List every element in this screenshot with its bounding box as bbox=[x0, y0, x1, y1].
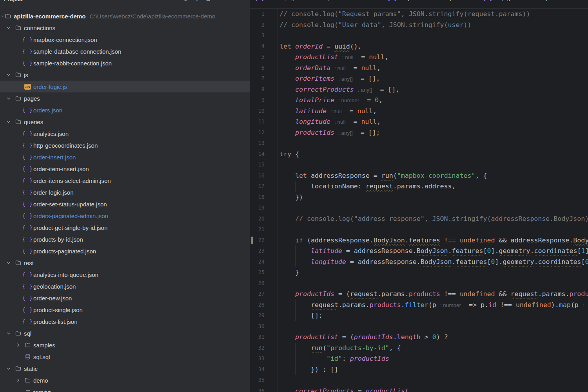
tree-item-orders-paginated-admin.json[interactable]: { }orders-paginated-admin.json bbox=[0, 210, 250, 222]
chevron-down-icon[interactable] bbox=[0, 13, 5, 19]
code-line[interactable]: // console.log("address response", JSON.… bbox=[278, 213, 588, 224]
editor-code[interactable]: // console.log("Request params", JSON.st… bbox=[278, 9, 588, 392]
chevron-down-icon[interactable] bbox=[5, 330, 12, 336]
tree-item-orders.json[interactable]: { }orders.json bbox=[0, 104, 250, 116]
tree-item-order-logic.js[interactable]: JSorder-logic.js bbox=[0, 81, 250, 92]
code-line[interactable] bbox=[278, 224, 588, 235]
code-line[interactable]: orderItems : any[] = [], bbox=[278, 73, 588, 84]
code-line[interactable]: "id": productIds bbox=[278, 353, 588, 364]
code-line[interactable]: totalPrice : number = 0, bbox=[278, 95, 588, 106]
line-number[interactable]: 10 bbox=[250, 106, 278, 117]
code-line[interactable]: latitude = addressResponse.BodyJson.feat… bbox=[278, 246, 588, 257]
line-number[interactable]: 36 bbox=[250, 386, 278, 392]
line-number[interactable]: 7 bbox=[250, 73, 278, 84]
code-line[interactable]: }) : [] bbox=[278, 364, 588, 375]
line-number[interactable]: 31 bbox=[250, 332, 278, 343]
tree-item-order-item-insert.json[interactable]: { }order-item-insert.json bbox=[0, 163, 250, 175]
tree-item-products-list.json[interactable]: { }products-list.json bbox=[0, 316, 250, 327]
line-number[interactable]: 13 bbox=[250, 138, 278, 149]
code-line[interactable] bbox=[278, 375, 588, 386]
line-number[interactable]: 4 bbox=[250, 41, 278, 52]
chevron-down-icon[interactable] bbox=[5, 25, 12, 31]
code-line[interactable]: correctProducts : any[] = [], bbox=[278, 84, 588, 95]
tree-item-product-get-single-by-id.json[interactable]: { }product-get-single-by-id.json bbox=[0, 222, 250, 233]
chevron-down-icon[interactable] bbox=[5, 365, 12, 372]
line-number[interactable]: 34 bbox=[250, 364, 278, 375]
line-number[interactable]: 8 bbox=[250, 84, 278, 95]
chevron-down-icon[interactable] bbox=[5, 119, 12, 125]
code-line[interactable] bbox=[278, 321, 588, 332]
tree-item-order-logic.json[interactable]: { }order-logic.json bbox=[0, 186, 250, 198]
tree-item-samples[interactable]: samples bbox=[0, 339, 250, 351]
line-number[interactable]: 33 bbox=[250, 353, 278, 364]
tree-item-analytics-into-queue.json[interactable]: { }analytics-into-queue.json bbox=[0, 269, 250, 280]
tree-item-pages[interactable]: pages bbox=[0, 92, 250, 104]
tree-item-static[interactable]: static bbox=[0, 363, 250, 374]
tree-item-js[interactable]: js bbox=[0, 69, 250, 81]
tree-item-sql.sql[interactable]: sql.sql bbox=[0, 351, 250, 363]
code-line[interactable]: run("products-by-id", { bbox=[278, 343, 588, 354]
code-line[interactable] bbox=[278, 30, 588, 41]
code-line[interactable]: productIds : any[] = []; bbox=[278, 127, 588, 138]
line-number[interactable]: 24 bbox=[250, 257, 278, 267]
code-line[interactable]: productList : null = null, bbox=[278, 52, 588, 63]
chevron-down-icon[interactable] bbox=[5, 95, 12, 101]
hide-panel-icon[interactable]: ─ bbox=[218, 0, 221, 2]
tree-item-order-new.json[interactable]: { }order-new.json bbox=[0, 292, 250, 304]
line-number[interactable]: 19 bbox=[250, 202, 278, 213]
line-number[interactable]: 30 bbox=[250, 321, 278, 332]
code-line[interactable]: // console.log("Request params", JSON.st… bbox=[278, 9, 588, 20]
tree-item-geolocation.json[interactable]: { }geolocation.json bbox=[0, 280, 250, 292]
line-number[interactable]: 3 bbox=[250, 30, 278, 41]
code-line[interactable]: } bbox=[278, 267, 588, 278]
line-number[interactable]: 32 bbox=[250, 343, 278, 354]
code-line[interactable]: latitude : null = null, bbox=[278, 106, 588, 117]
tree-item-connections[interactable]: connections bbox=[0, 22, 250, 34]
code-line[interactable]: let orderId = uuid(), bbox=[278, 41, 588, 52]
tree-item-queries[interactable]: queries bbox=[0, 116, 250, 128]
code-line[interactable]: orderData : null = null, bbox=[278, 63, 588, 74]
tree-item-root[interactable]: apizilla-ecommerce-demoC:\Users\webcz\Co… bbox=[0, 10, 250, 22]
line-number[interactable]: 14 bbox=[250, 149, 278, 160]
tree-item-products-by-id.json[interactable]: { }products-by-id.json bbox=[0, 233, 250, 245]
code-line[interactable]: try { bbox=[278, 149, 588, 160]
chevron-right-icon[interactable] bbox=[15, 342, 21, 348]
chevron-down-icon[interactable] bbox=[5, 260, 12, 266]
code-line[interactable] bbox=[278, 138, 588, 149]
code-line[interactable]: productIds = (request.params.products !=… bbox=[278, 289, 588, 300]
tree-item-sql[interactable]: sql bbox=[0, 327, 250, 339]
code-line[interactable]: let addressResponse = run("mapbox-coordi… bbox=[278, 170, 588, 181]
code-line[interactable]: locationName: request.params.address, bbox=[278, 181, 588, 192]
code-line[interactable]: request.params.products.filter(p : numbe… bbox=[278, 300, 588, 311]
line-number[interactable]: 15 bbox=[250, 159, 278, 170]
code-line[interactable]: longitude = addressResponse.BodyJson.fea… bbox=[278, 257, 588, 267]
line-number[interactable]: 21 bbox=[250, 224, 278, 235]
locate-icon[interactable]: ⊙ bbox=[183, 0, 188, 2]
line-number[interactable]: 25 bbox=[250, 267, 278, 278]
line-number[interactable]: 5 bbox=[250, 52, 278, 63]
line-number[interactable]: 23 bbox=[250, 246, 278, 257]
line-number[interactable]: 11 bbox=[250, 116, 278, 127]
code-line[interactable]: productList = (productIds.length > 0) ? bbox=[278, 332, 588, 343]
editor-tab-http-geocoordinates.json[interactable]: { }http-geocoordinates.json bbox=[483, 0, 556, 1]
chevron-right-icon[interactable] bbox=[15, 377, 21, 383]
line-number[interactable]: 17 bbox=[250, 181, 278, 192]
collapse-all-icon[interactable]: ⊟ bbox=[206, 0, 211, 2]
tree-item-order-items-select-admin.json[interactable]: { }order-items-select-admin.json bbox=[0, 175, 250, 186]
tree-item-analytics.json[interactable]: { }analytics.json bbox=[0, 128, 250, 139]
chevron-down-icon[interactable] bbox=[5, 72, 12, 78]
line-number[interactable]: 1 bbox=[250, 9, 278, 20]
code-line[interactable] bbox=[278, 159, 588, 170]
tree-item-order-insert.json[interactable]: { }order-insert.json bbox=[0, 151, 250, 163]
line-number[interactable]: 26 bbox=[250, 278, 278, 289]
tree-item-test.txt[interactable]: test.txt bbox=[0, 386, 250, 392]
tree-item-order-set-status-update.json[interactable]: { }order-set-status-update.json bbox=[0, 198, 250, 210]
code-line[interactable] bbox=[278, 202, 588, 213]
tree-item-sample-database-connection.json[interactable]: { }sample-database-connection.json bbox=[0, 45, 250, 57]
editor-tab-orders-paginated-admin.json[interactable]: { }orders-paginated-admin.json bbox=[254, 0, 338, 1]
code-line[interactable]: correctProducts = productList bbox=[278, 386, 588, 392]
code-line[interactable]: // console.log("User data", JSON.stringi… bbox=[278, 20, 588, 31]
code-line[interactable]: []; bbox=[278, 310, 588, 321]
editor-tab-mapbox-connection.json[interactable]: { }mapbox-connection.json bbox=[387, 0, 460, 1]
line-number[interactable]: 35 bbox=[250, 375, 278, 386]
